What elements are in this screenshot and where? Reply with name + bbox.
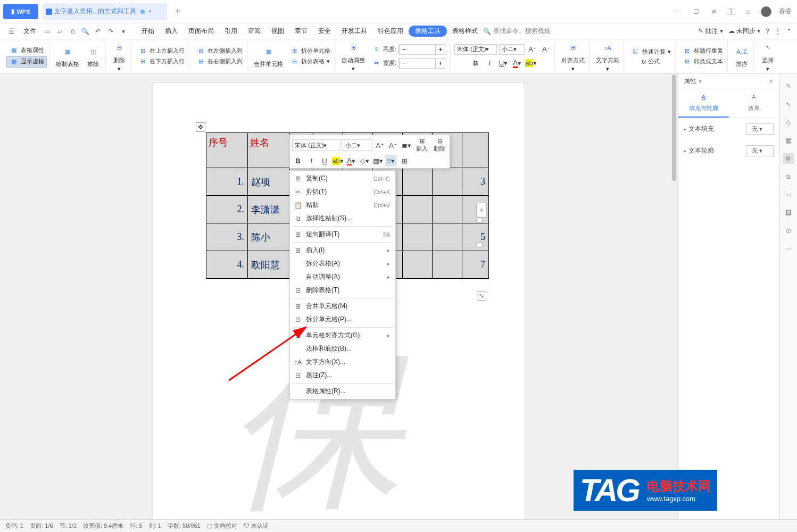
show-gridlines-button[interactable]: ▦显示虚框 [6, 56, 47, 68]
insert-row-above[interactable]: ⊞在上方插入行 [136, 46, 187, 56]
rail-more-icon[interactable]: ⋯ [783, 244, 794, 254]
more-icon[interactable]: ⋮ [775, 28, 781, 35]
help-icon[interactable]: ? [766, 28, 769, 35]
status-words[interactable]: 字数: 50/951 [168, 522, 201, 530]
mini-border[interactable]: ▦▾ [372, 155, 384, 167]
tab-dev[interactable]: 开发工具 [336, 27, 372, 36]
tab-security[interactable]: 安全 [313, 27, 336, 36]
size-select[interactable]: 小二▾ [499, 44, 525, 55]
prop-tab-fill[interactable]: A填充与轮廓 [678, 89, 729, 118]
mini-clear[interactable]: ◇▾ [359, 155, 370, 167]
delete-button[interactable]: ⊟删除▾ [110, 39, 129, 73]
underline-button[interactable]: U▾ [497, 57, 509, 69]
add-col-handle[interactable]: + [476, 203, 487, 218]
tab-section[interactable]: 章节 [289, 27, 313, 36]
outline-select[interactable]: 无 ▾ [746, 145, 774, 156]
cm-paste-special[interactable]: ⧉选择性粘贴(S)... [290, 212, 395, 225]
rail-doc-icon[interactable]: ▭ [783, 189, 794, 200]
print-icon[interactable]: ⎙ [66, 26, 79, 37]
close-panel[interactable]: ✕ [768, 78, 774, 85]
status-auth[interactable]: 🛡 未认证 [244, 522, 269, 530]
sync-button[interactable]: ☁ 未同步 ▾ [728, 27, 761, 36]
mini-bold[interactable]: B [292, 155, 304, 167]
cm-split-cell[interactable]: ⊟拆分单元格(P)... [290, 313, 395, 326]
tab-view[interactable]: 视图 [266, 27, 289, 36]
vertical-scrollbar[interactable] [670, 73, 678, 519]
undo-icon[interactable]: ↶ [92, 26, 104, 37]
mini-italic[interactable]: I [305, 155, 317, 167]
cm-autofit[interactable]: 自动调整(A)▸ [290, 270, 395, 284]
formula-button[interactable]: fx 公式 [640, 57, 662, 66]
hamburger-icon[interactable]: ☰ [5, 26, 17, 37]
tab-table-style[interactable]: 表格样式 [447, 27, 483, 36]
mini-align[interactable]: ≡▾ [385, 155, 397, 167]
highlight-button[interactable]: ab▾ [525, 57, 537, 69]
cm-cut[interactable]: ✂剪切(T)Ctrl+X [290, 185, 395, 198]
rail-cursor-icon[interactable]: ↖ [783, 99, 794, 110]
mini-highlight[interactable]: ab▾ [332, 155, 344, 167]
rail-shape-icon[interactable]: ◇ [783, 117, 794, 128]
cm-copy[interactable]: ⎘复制(C)Ctrl+C [290, 172, 395, 185]
font-color[interactable]: A▾ [511, 57, 523, 69]
tab-table-tools[interactable]: 表格工具 [409, 26, 447, 37]
search-box[interactable]: 🔍 查找命令、搜索模板 [483, 27, 551, 36]
eraser-button[interactable]: ◫擦除 [84, 43, 103, 69]
insert-col-left[interactable]: ⊞在左侧插入列 [194, 46, 245, 56]
tab-ref[interactable]: 引用 [219, 27, 243, 36]
to-text-button[interactable]: ⊟转换成文本 [680, 56, 725, 67]
status-pageno[interactable]: 页码: 1 [5, 522, 23, 530]
status-page[interactable]: 页面: 1/6 [30, 522, 53, 530]
tab-insert[interactable]: 插入 [160, 27, 183, 36]
gift-icon[interactable]: ⌂ [743, 6, 753, 17]
cm-del-table[interactable]: ⊟删除表格(T) [290, 284, 395, 297]
cm-insert[interactable]: ⊞插入(I)▸ [290, 244, 395, 257]
collapse-icon[interactable]: ⌃ [786, 28, 792, 35]
pizhu-button[interactable]: ✎ 批注 ▾ [698, 27, 723, 36]
select-button[interactable]: ↖选择▾ [758, 39, 777, 73]
rail-grid-icon[interactable]: ▦ [783, 135, 794, 146]
text-dir-button[interactable]: ↕A文字方向▾ [594, 39, 621, 73]
cm-tbl-props[interactable]: 表格属性(R)... [290, 385, 395, 398]
grow-font[interactable]: A⁺ [527, 44, 538, 55]
mini-insert[interactable]: ⊞插入 [414, 137, 430, 154]
quick-calc[interactable]: ☑快速计算▾ [628, 46, 673, 57]
file-menu[interactable]: 文件 [23, 27, 36, 36]
autofit-button[interactable]: ⊞自动调整▾ [339, 39, 367, 73]
qat-dropdown[interactable]: ▾ [117, 26, 130, 37]
minimize-button[interactable]: — [673, 6, 683, 17]
draw-table-button[interactable]: ▦绘制表格 [54, 43, 81, 69]
tab-start[interactable]: 开始 [136, 27, 160, 36]
status-section[interactable]: 节: 1/2 [60, 522, 77, 530]
mini-grow-font[interactable]: A⁺ [374, 139, 386, 151]
rail-image-icon[interactable]: 🖼 [783, 207, 794, 218]
mini-shrink-font[interactable]: A⁻ [387, 139, 399, 151]
rail-gear-icon[interactable]: ⊙ [783, 226, 794, 236]
mini-underline[interactable]: U [319, 155, 330, 167]
merge-cells-button[interactable]: ▦合并单元格 [252, 43, 285, 69]
repeat-header[interactable]: ⊞标题行重复 [680, 46, 725, 56]
mini-font[interactable]: 宋体 (正文)▾ [292, 139, 341, 151]
resize-handle[interactable]: ⤡ [477, 291, 486, 301]
row-handle[interactable] [476, 218, 483, 223]
cm-cell-align[interactable]: ⊞单元格对齐方式(G)▸ [290, 329, 395, 342]
cm-paste[interactable]: 📋粘贴Ctrl+V [290, 198, 395, 212]
fill-select[interactable]: 无 ▾ [746, 123, 774, 135]
document-tab[interactable]: 文字是人类用...的方式和工具 • [43, 3, 167, 20]
status-proof[interactable]: ▢ 文档校对 [207, 522, 237, 530]
close-button[interactable]: ✕ [709, 6, 719, 17]
rail-pen-icon[interactable]: ✎ [783, 81, 794, 92]
text-outline-label[interactable]: 文本轮廓 [684, 146, 714, 155]
height-spinner[interactable]: −+ [399, 44, 445, 55]
text-fill-label[interactable]: 文本填充 [684, 124, 714, 134]
insert-col-right[interactable]: ⊞在右侧插入列 [194, 56, 245, 67]
row-handle[interactable] [476, 242, 483, 247]
bold-button[interactable]: B [470, 57, 481, 69]
cm-split-table[interactable]: 拆分表格(A)▸ [290, 257, 395, 270]
wps-logo[interactable]: ▮WPS [3, 4, 38, 19]
prop-tab-effect[interactable]: A效果 [729, 89, 779, 118]
rail-flow-icon[interactable]: ⧉ [783, 171, 794, 182]
rail-settings-icon[interactable]: ⚙ [783, 153, 794, 164]
open-icon[interactable]: ▱ [53, 26, 66, 37]
cm-border[interactable]: 边框和底纹(B)... [290, 342, 395, 355]
font-select[interactable]: 宋体 (正文)▾ [454, 44, 497, 55]
